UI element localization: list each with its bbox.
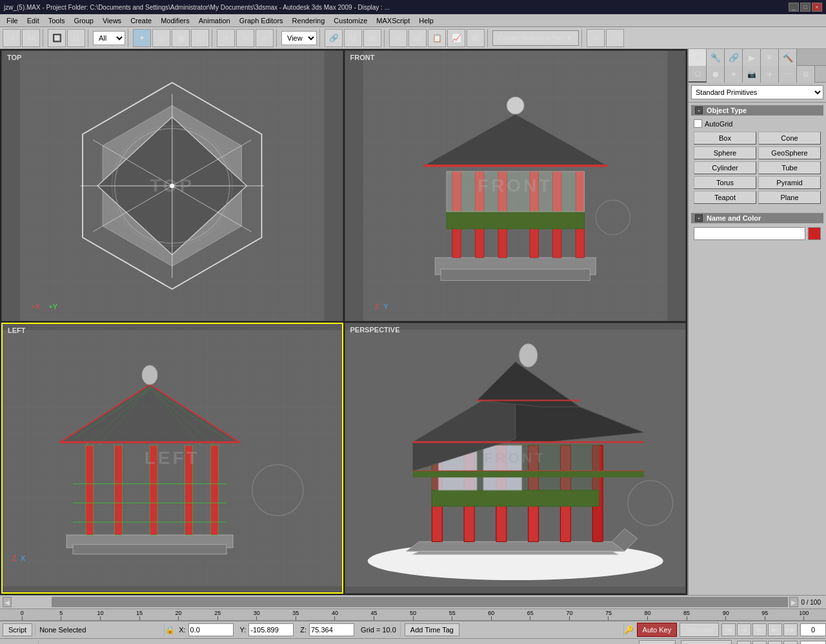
torus-btn[interactable]: Torus	[694, 176, 756, 189]
anim-extra-1[interactable]: ⊢	[737, 641, 751, 644]
mirror-btn[interactable]: ⇔	[389, 29, 407, 47]
name-color-section: - Name and Color	[689, 210, 826, 244]
view-dropdown[interactable]: View	[281, 31, 317, 45]
panel-tab-utilities[interactable]: 🔨	[779, 49, 797, 66]
filter-dropdown[interactable]: All	[93, 31, 125, 45]
timeline-scroll-left[interactable]: ◀	[3, 597, 12, 607]
frame-end-input[interactable]	[800, 641, 826, 644]
set-key-btn[interactable]: Set Key	[639, 640, 676, 644]
box-btn[interactable]: Box	[694, 132, 756, 145]
frame-input[interactable]	[800, 623, 826, 636]
viewport-top[interactable]: Top TOP	[1, 50, 343, 321]
select-region-circle-btn[interactable]: ◎	[152, 29, 170, 47]
object-type-dropdown[interactable]: Standard Primitives	[691, 85, 823, 99]
add-time-tag-btn[interactable]: Add Time Tag	[405, 623, 459, 636]
next-frame-btn[interactable]: ▶|	[768, 623, 782, 636]
play-btn[interactable]: ▶	[752, 623, 767, 636]
anim-extra-3[interactable]: ⊡	[768, 641, 782, 644]
anim-extra-2[interactable]: ⊣	[752, 641, 767, 644]
autogrid-checkbox[interactable]	[694, 119, 702, 128]
panel-tab-modify[interactable]: 🔧	[707, 49, 725, 66]
rect-select-btn[interactable]: ▣	[172, 29, 190, 47]
move-btn[interactable]: ✛	[217, 29, 235, 47]
menu-maxscript[interactable]: MAXScript	[372, 16, 414, 25]
viewport-front[interactable]: Front FRONT	[345, 50, 687, 321]
sphere-btn[interactable]: Sphere	[694, 146, 756, 159]
align-btn[interactable]: ⊟	[408, 29, 427, 47]
cone-btn[interactable]: Cone	[758, 132, 821, 145]
create-selection-set-btn[interactable]: Create Selection Set ▼	[492, 30, 579, 46]
script-button[interactable]: Script	[3, 623, 32, 636]
viewport-left[interactable]: Left LEFT	[1, 323, 343, 594]
menu-create[interactable]: Create	[126, 16, 156, 25]
layer-mgr-btn[interactable]: 📋	[428, 29, 446, 47]
key-icon[interactable]: 🔑	[624, 623, 634, 636]
x-input[interactable]	[188, 623, 234, 636]
menu-graph-editors[interactable]: Graph Editors	[236, 16, 287, 25]
panel-tab-display[interactable]: 👁	[761, 49, 779, 66]
panel-subtab-geometry[interactable]: ⬡	[689, 66, 707, 83]
collapse-object-type-btn[interactable]: -	[695, 106, 703, 114]
select-move-btn[interactable]: ⤢	[256, 29, 274, 47]
tube-btn[interactable]: Tube	[758, 161, 821, 174]
panel-tab-motion[interactable]: ▶	[743, 49, 761, 66]
unlink-btn[interactable]: ⛓	[344, 29, 362, 47]
menu-edit[interactable]: Edit	[23, 16, 43, 25]
menu-group[interactable]: Group	[70, 16, 97, 25]
prev-frame-btn[interactable]: ◀	[737, 623, 751, 636]
undo-btn[interactable]: ↺	[3, 29, 21, 47]
menu-help[interactable]: Help	[415, 16, 438, 25]
close-btn[interactable]: ×	[812, 3, 822, 12]
y-input[interactable]	[248, 623, 294, 636]
menu-file[interactable]: File	[3, 16, 22, 25]
select-region-btn[interactable]: ⊡	[67, 29, 85, 47]
panel-subtab-systems[interactable]: ⚙	[797, 66, 815, 83]
menu-customize[interactable]: Customize	[330, 16, 371, 25]
plane-btn[interactable]: Plane	[758, 191, 821, 204]
lock-icon[interactable]: 🔒	[165, 623, 175, 636]
more-tools-btn[interactable]: ⋯	[606, 29, 624, 47]
panel-subtab-cameras[interactable]: 📷	[743, 66, 761, 83]
teapot-btn[interactable]: Teapot	[694, 191, 756, 204]
color-swatch[interactable]	[808, 227, 821, 240]
collapse-name-color-btn[interactable]: -	[695, 214, 703, 222]
menu-tools[interactable]: Tools	[45, 16, 69, 25]
timeline-bar[interactable]	[13, 597, 788, 607]
prev-key-btn[interactable]: |◀	[721, 623, 736, 636]
maximize-btn[interactable]: □	[800, 3, 811, 12]
minimize-btn[interactable]: _	[789, 3, 799, 12]
menu-views[interactable]: Views	[99, 16, 125, 25]
rotate-btn[interactable]: ↻	[236, 29, 254, 47]
timeline-scroll-right[interactable]: ▶	[789, 597, 798, 607]
select-btn[interactable]: ✦	[133, 29, 151, 47]
viewport-perspective[interactable]: Perspective FRONT	[345, 323, 687, 594]
anim-extra-4[interactable]: ⊞	[783, 641, 798, 644]
link-btn[interactable]: 🔗	[325, 29, 343, 47]
z-input[interactable]	[309, 623, 354, 636]
geosphere-btn[interactable]: GeoSphere	[758, 146, 821, 159]
redo-btn[interactable]: ↻	[22, 29, 40, 47]
panel-subtab-spacewarps[interactable]: 〰	[779, 66, 797, 83]
separator-6	[319, 29, 322, 47]
menu-animation[interactable]: Animation	[195, 16, 234, 25]
name-input[interactable]	[694, 227, 805, 240]
select-obj-btn[interactable]: 🔲	[48, 29, 66, 47]
panel-subtab-lights[interactable]: ☀	[725, 66, 743, 83]
key-filters-btn[interactable]: Key Filters...	[681, 640, 732, 644]
cylinder-btn[interactable]: Cylinder	[694, 161, 756, 174]
panel-tab-hierarchy[interactable]: 🔗	[725, 49, 743, 66]
auto-key-btn[interactable]: Auto Key	[637, 623, 678, 637]
pyramid-btn[interactable]: Pyramid	[758, 176, 821, 189]
schematic-btn[interactable]: 🕸	[467, 29, 485, 47]
panel-subtab-helpers[interactable]: ✛	[761, 66, 779, 83]
panel-subtab-shapes[interactable]: ⬢	[707, 66, 725, 83]
curve-editor-btn[interactable]: 📈	[447, 29, 465, 47]
menu-rendering[interactable]: Rendering	[288, 16, 329, 25]
named-selections-btn[interactable]: ≡	[587, 29, 605, 47]
autogrid-label[interactable]: AutoGrid	[694, 119, 732, 128]
paint-select-btn[interactable]: ⬡	[191, 29, 209, 47]
menu-modifiers[interactable]: Modifiers	[157, 16, 194, 25]
panel-tab-create[interactable]: ✦	[689, 49, 707, 66]
next-key-btn[interactable]: ▶▶	[783, 623, 798, 636]
bind-space-warp-btn[interactable]: ⊞	[363, 29, 381, 47]
